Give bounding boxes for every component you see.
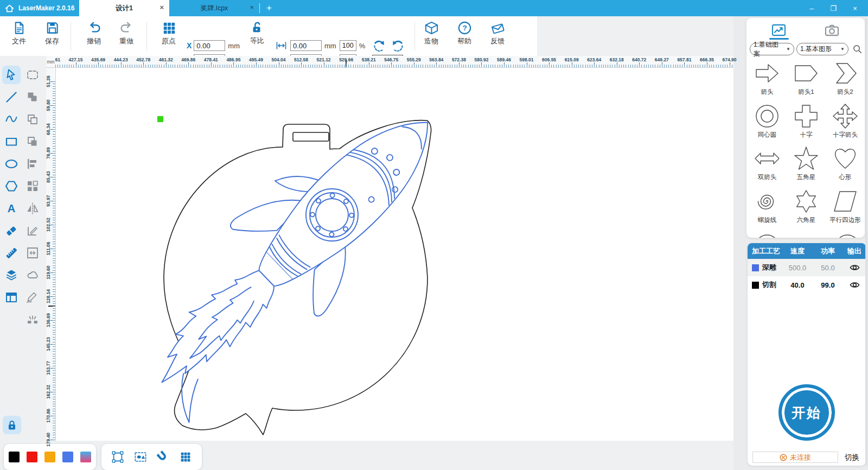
file-button[interactable]: 文件 <box>3 20 35 53</box>
resize-box-icon <box>25 246 40 260</box>
tool-copy[interactable] <box>23 110 42 129</box>
percent-sign: % <box>359 42 366 50</box>
save-button[interactable]: 保存 <box>36 20 68 53</box>
color-swatch-gradient[interactable] <box>80 452 91 462</box>
tool-layers[interactable] <box>2 266 21 284</box>
layer-color-swatch[interactable] <box>752 264 759 271</box>
right-panel: 1.基础图案 ▼ 1.基本图形 ▼ 箭头 箭头1 箭头2 <box>733 16 868 470</box>
x-position-input[interactable]: 0.00 <box>194 40 225 51</box>
create-button[interactable]: 造物 <box>416 20 447 53</box>
tool-subtract[interactable] <box>23 132 42 151</box>
tool-ellipse[interactable] <box>2 155 21 173</box>
tool-select[interactable] <box>2 66 21 84</box>
shape-item-parallelogram[interactable]: 平行四边形 <box>826 188 865 231</box>
tool-rectangle[interactable] <box>2 132 21 151</box>
grid-icon[interactable] <box>179 450 192 463</box>
origin-button[interactable]: 原点 <box>153 20 184 53</box>
process-card: 加工工艺 速度 功率 输出 深雕 500.0 50.0 切割 <box>748 243 866 466</box>
tab-design1[interactable]: 设计1 × <box>79 0 169 16</box>
panel-scrollbar[interactable] <box>865 18 867 466</box>
connection-status[interactable]: 未连接 <box>752 452 838 463</box>
shape-item-arrow[interactable]: 箭头 <box>748 60 787 103</box>
tool-mirror[interactable] <box>23 199 42 218</box>
process-row-cut[interactable]: 切割 40.0 99.0 <box>748 276 866 294</box>
shape-item-double-arrow[interactable]: 双箭头 <box>748 145 787 188</box>
maximize-button[interactable]: ❐ <box>822 0 844 16</box>
tool-angle-pen[interactable] <box>23 221 42 240</box>
frame-icon[interactable] <box>111 450 124 463</box>
tool-align[interactable] <box>23 155 42 173</box>
tool-line[interactable] <box>2 88 21 106</box>
tool-text[interactable]: A <box>2 199 21 218</box>
close-icon[interactable]: × <box>250 4 254 11</box>
shape-item-arrow2[interactable]: 箭头2 <box>826 60 865 103</box>
home-button[interactable] <box>0 0 18 16</box>
design-canvas[interactable] <box>56 68 733 441</box>
width-input[interactable]: 0.00 <box>290 40 322 51</box>
tool-lock[interactable] <box>3 416 21 434</box>
close-button[interactable]: × <box>844 0 866 16</box>
minimize-button[interactable]: – <box>801 0 822 16</box>
shape-item-cross-arrow[interactable]: 十字箭头 <box>826 103 865 146</box>
layer-color-swatch[interactable] <box>752 282 759 289</box>
eye-icon[interactable] <box>850 264 860 271</box>
category-dropdown-primary[interactable]: 1.基础图案 ▼ <box>750 43 794 55</box>
shape-item-cross[interactable]: 十字 <box>787 103 826 146</box>
x-label: X <box>187 41 192 50</box>
redo-button[interactable]: 重做 <box>111 20 142 53</box>
tool-polygon[interactable] <box>2 177 21 195</box>
shape-item-partial[interactable] <box>834 231 860 238</box>
ratio-lock-button[interactable]: 等比 <box>241 20 273 53</box>
width-percent-input[interactable]: 100 <box>340 40 356 51</box>
shape-library-card: 1.基础图案 ▼ 1.基本图形 ▼ 箭头 箭头1 箭头2 <box>746 18 865 238</box>
tool-pen[interactable] <box>23 288 42 307</box>
tab-gallery[interactable] <box>769 23 788 37</box>
start-button[interactable]: 开始 <box>778 384 835 441</box>
tool-curve[interactable] <box>2 110 21 129</box>
tool-measure[interactable] <box>2 244 21 262</box>
color-swatch-red[interactable] <box>27 452 37 462</box>
search-icon[interactable] <box>853 45 862 54</box>
undo-button[interactable]: 撤销 <box>78 20 110 53</box>
tool-eraser[interactable] <box>2 221 21 240</box>
select-shapes-icon[interactable] <box>134 450 147 463</box>
color-swatch-black[interactable] <box>9 452 20 462</box>
polygon-icon <box>4 179 18 193</box>
feedback-button[interactable]: 反馈 <box>482 20 513 53</box>
tool-arrange[interactable] <box>23 177 42 195</box>
pen-signature-icon <box>25 290 40 304</box>
close-icon[interactable]: × <box>159 4 164 11</box>
rotate-buttons <box>372 39 405 53</box>
shape-item-spiral[interactable]: 螺旋线 <box>748 188 787 231</box>
tool-union[interactable] <box>23 88 42 106</box>
shape-item-arrow1[interactable]: 箭头1 <box>787 60 826 103</box>
shape-item-star6[interactable]: 六角星 <box>787 188 826 231</box>
tool-cloud[interactable] <box>23 266 42 284</box>
origin-marker[interactable] <box>157 116 163 122</box>
tab-medal-file[interactable]: 奖牌.lcpx × <box>169 0 259 16</box>
shape-item-partial[interactable] <box>754 231 780 238</box>
help-button[interactable]: ? 帮助 <box>449 20 480 53</box>
eye-icon[interactable] <box>850 281 860 289</box>
design-artwork[interactable] <box>56 68 733 441</box>
category-dropdown-secondary[interactable]: 1.基本图形 ▼ <box>796 43 848 55</box>
shape-item-heart[interactable]: 心形 <box>826 145 865 188</box>
shape-item-star5[interactable]: 五角星 <box>787 145 826 188</box>
switch-device-button[interactable]: 切换 <box>845 453 859 462</box>
tool-table[interactable] <box>2 288 21 307</box>
tool-break-apart[interactable] <box>23 310 42 329</box>
shape-item-concentric-circle[interactable]: 同心圆 <box>748 103 787 146</box>
tool-resize[interactable] <box>23 244 42 262</box>
rotate-cw-icon[interactable] <box>391 39 405 53</box>
new-tab-button[interactable]: + <box>260 0 278 16</box>
color-swatch-blue[interactable] <box>62 452 73 462</box>
tab-camera[interactable] <box>822 23 841 37</box>
rotate-ccw-icon[interactable] <box>372 39 386 53</box>
header-craft: 加工工艺 <box>748 246 782 256</box>
magnet-icon[interactable] <box>156 450 169 463</box>
color-swatch-orange[interactable] <box>44 452 55 462</box>
tool-marquee[interactable] <box>23 66 42 84</box>
shape-grid: 箭头 箭头1 箭头2 同心圆 十字 十字箭头 <box>748 60 864 231</box>
tab-medal-file-label: 奖牌.lcpx <box>201 4 228 13</box>
process-row-engrave[interactable]: 深雕 500.0 50.0 <box>748 259 866 276</box>
